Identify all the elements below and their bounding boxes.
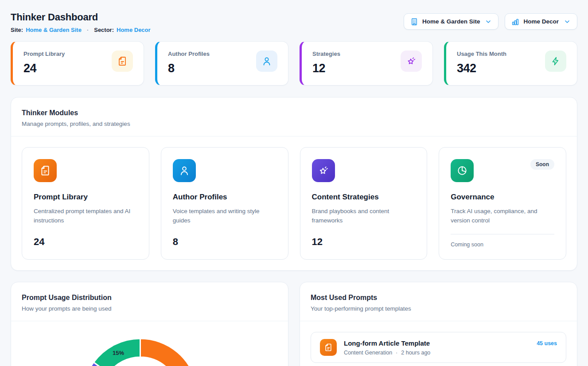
sparkle-star-icon [312,159,335,182]
breadcrumb: Site: Home & Garden Site · Sector: Home … [11,27,151,33]
thinker-dashboard-app: Thinker Dashboard Site: Home & Garden Si… [0,0,588,366]
meta-separator: · [396,350,397,356]
donut-segment-label: 15% [113,350,124,356]
usage-panel-header: Prompt Usage Distribution How your promp… [11,282,288,321]
stat-value: 12 [312,62,340,75]
bottom-row: Prompt Usage Distribution How your promp… [11,282,577,366]
header-left: Thinker Dashboard Site: Home & Garden Si… [11,11,151,33]
document-icon [112,51,133,72]
header-selectors: Home & Garden Site Home Decor [404,13,577,30]
modules-header: Thinker Modules Manage prompts, profiles… [11,97,577,136]
modules-title: Thinker Modules [22,109,566,117]
prompts-panel-subtitle: Your top-performing prompt templates [311,305,566,312]
module-card-content-strategies[interactable]: Content Strategies Brand playbooks and c… [300,147,428,260]
module-card-author-profiles[interactable]: Author Profiles Voice templates and writ… [161,147,288,260]
donut-chart-svg: 15% [11,321,269,366]
prompt-list-item[interactable]: Long-form Article Template Content Gener… [311,332,566,363]
usage-distribution-panel: Prompt Usage Distribution How your promp… [11,282,288,366]
donut-chart: 15% [11,321,288,366]
site-label: Site: [11,27,23,33]
stat-card-author-profiles: Author Profiles 8 [155,41,288,86]
sparkle-star-icon [401,51,422,72]
stats-row: Prompt Library 24 Author Profiles 8 [11,41,577,86]
module-count: 12 [312,236,416,248]
usage-panel-subtitle: How your prompts are being used [22,305,277,312]
user-icon [173,159,196,182]
module-description: Brand playbooks and content frameworks [312,207,416,226]
modules-subtitle: Manage prompts, profiles, and strategies [22,121,566,127]
stat-label: Strategies [312,51,340,57]
thinker-modules-panel: Thinker Modules Manage prompts, profiles… [11,97,577,271]
sector-selector-button[interactable]: Home Decor [505,13,577,30]
stat-label: Prompt Library [23,51,65,57]
donut-segment [140,339,198,366]
module-title: Content Strategies [312,193,416,202]
bar-chart-icon [511,18,519,26]
stat-label: Usage This Month [457,51,506,57]
building-icon [410,18,418,26]
user-icon [256,51,277,72]
module-count: 24 [34,236,137,248]
module-card-prompt-library[interactable]: Prompt Library Centralized prompt templa… [22,147,149,260]
document-icon [34,159,57,182]
stat-value: 8 [168,62,210,75]
sector-selector-label: Home Decor [523,18,559,25]
stat-card-prompt-library: Prompt Library 24 [11,41,144,86]
sector-link[interactable]: Home Decor [117,27,151,33]
prompt-title: Long-form Article Template [344,339,530,347]
module-description: Track AI usage, compliance, and version … [451,207,554,226]
prompt-time: 2 hours ago [401,350,430,356]
stat-value: 24 [23,62,65,75]
soon-badge: Soon [530,159,554,170]
stat-card-usage: Usage This Month 342 [444,41,577,86]
site-link[interactable]: Home & Garden Site [26,27,82,33]
chevron-down-icon [485,18,492,25]
prompt-uses-count: 45 uses [537,340,557,347]
page-header: Thinker Dashboard Site: Home & Garden Si… [11,11,577,33]
coming-soon-text: Coming soon [451,241,554,248]
pie-chart-icon [451,159,474,182]
stat-label: Author Profiles [168,51,210,57]
document-icon [320,339,337,356]
prompts-panel-header: Most Used Prompts Your top-performing pr… [300,282,577,321]
meta-separator: · [84,27,91,33]
prompt-category: Content Generation [344,350,392,356]
module-title: Prompt Library [34,193,137,202]
prompts-list: Long-form Article Template Content Gener… [300,321,577,366]
lightning-icon [545,51,566,72]
site-selector-button[interactable]: Home & Garden Site [404,13,499,30]
stat-value: 342 [457,62,506,75]
prompts-panel-title: Most Used Prompts [311,294,566,302]
module-card-governance[interactable]: Soon Governance Track AI usage, complian… [439,147,566,260]
most-used-prompts-panel: Most Used Prompts Your top-performing pr… [300,282,577,366]
module-description: Voice templates and writing style guides [173,207,276,226]
usage-panel-title: Prompt Usage Distribution [22,294,277,302]
module-title: Governance [451,193,554,202]
sector-label: Sector: [94,27,114,33]
site-selector-label: Home & Garden Site [422,18,480,25]
module-count: 8 [173,236,276,248]
module-description: Centralized prompt templates and AI inst… [34,207,137,226]
stat-card-strategies: Strategies 12 [300,41,433,86]
chevron-down-icon [564,18,571,25]
modules-grid: Prompt Library Centralized prompt templa… [11,136,577,270]
divider [451,234,554,234]
module-title: Author Profiles [173,193,276,202]
page-title: Thinker Dashboard [11,12,151,23]
